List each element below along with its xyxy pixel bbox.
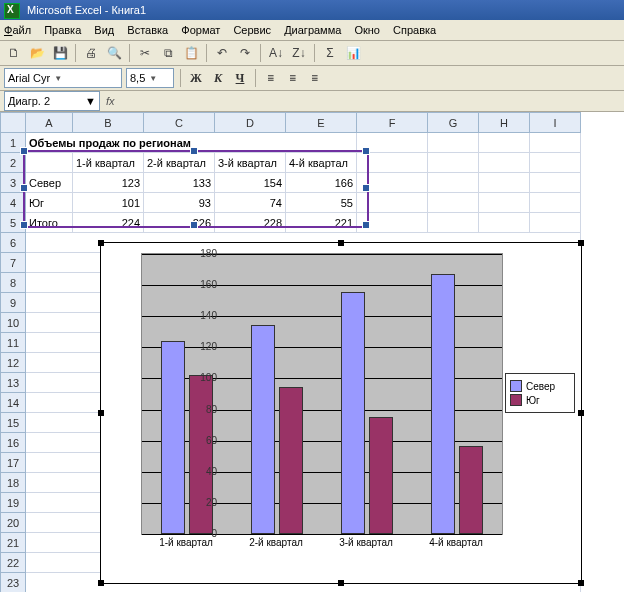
cell[interactable]: 2-й квартал xyxy=(144,153,215,173)
menu-format[interactable]: Формат xyxy=(181,24,220,36)
bar[interactable] xyxy=(459,446,483,534)
sort-desc-icon[interactable]: Z↓ xyxy=(289,43,309,63)
bar[interactable] xyxy=(431,274,455,534)
row-header[interactable]: 15 xyxy=(1,413,26,433)
paste-icon[interactable]: 📋 xyxy=(181,43,201,63)
cell[interactable] xyxy=(479,133,530,153)
bar[interactable] xyxy=(189,375,213,534)
row-header[interactable]: 21 xyxy=(1,533,26,553)
resize-handle[interactable] xyxy=(338,240,344,246)
cell[interactable]: Итого xyxy=(26,213,73,233)
bar[interactable] xyxy=(341,292,365,534)
row-header[interactable]: 11 xyxy=(1,333,26,353)
cell[interactable]: 101 xyxy=(73,193,144,213)
menu-edit[interactable]: Правка xyxy=(44,24,81,36)
cell[interactable] xyxy=(428,173,479,193)
menu-window[interactable]: Окно xyxy=(354,24,380,36)
col-header[interactable]: G xyxy=(428,113,479,133)
row-header[interactable]: 9 xyxy=(1,293,26,313)
row-header[interactable]: 4 xyxy=(1,193,26,213)
name-box[interactable]: Диагр. 2 ▼ xyxy=(4,91,100,111)
cell[interactable]: Север xyxy=(26,173,73,193)
cut-icon[interactable]: ✂ xyxy=(135,43,155,63)
menu-view[interactable]: Вид xyxy=(94,24,114,36)
chart-icon[interactable]: 📊 xyxy=(343,43,363,63)
cell[interactable] xyxy=(530,133,581,153)
menu-insert[interactable]: Вставка xyxy=(127,24,168,36)
cell[interactable] xyxy=(530,213,581,233)
bar[interactable] xyxy=(279,387,303,534)
cell[interactable]: 4-й квартал xyxy=(286,153,357,173)
sort-asc-icon[interactable]: A↓ xyxy=(266,43,286,63)
cell[interactable] xyxy=(479,153,530,173)
row-header[interactable]: 7 xyxy=(1,253,26,273)
cell[interactable]: 93 xyxy=(144,193,215,213)
row-header[interactable]: 18 xyxy=(1,473,26,493)
font-size-combo[interactable]: 8,5▼ xyxy=(126,68,174,88)
redo-icon[interactable]: ↷ xyxy=(235,43,255,63)
col-header[interactable]: C xyxy=(144,113,215,133)
cell[interactable]: Юг xyxy=(26,193,73,213)
cell[interactable]: 166 xyxy=(286,173,357,193)
cell[interactable] xyxy=(428,193,479,213)
row-header[interactable]: 22 xyxy=(1,553,26,573)
row-header[interactable]: 19 xyxy=(1,493,26,513)
menu-diagram[interactable]: Диаграмма xyxy=(284,24,341,36)
cell[interactable]: 74 xyxy=(215,193,286,213)
select-all[interactable] xyxy=(1,113,26,133)
cell[interactable] xyxy=(530,193,581,213)
cell[interactable] xyxy=(530,153,581,173)
cell[interactable]: 224 xyxy=(73,213,144,233)
cell[interactable] xyxy=(26,153,73,173)
chart-object[interactable]: 020406080100120140160180 1-й квартал2-й … xyxy=(100,242,582,584)
col-header[interactable]: E xyxy=(286,113,357,133)
menu-file[interactable]: Файл xyxy=(4,24,31,36)
col-header[interactable]: A xyxy=(26,113,73,133)
col-header[interactable]: F xyxy=(357,113,428,133)
preview-icon[interactable]: 🔍 xyxy=(104,43,124,63)
menu-service[interactable]: Сервис xyxy=(233,24,271,36)
cell[interactable] xyxy=(479,173,530,193)
cell[interactable] xyxy=(357,153,428,173)
cell[interactable] xyxy=(428,213,479,233)
cell[interactable] xyxy=(428,153,479,173)
underline-button[interactable]: Ч xyxy=(231,69,249,87)
resize-handle[interactable] xyxy=(578,240,584,246)
undo-icon[interactable]: ↶ xyxy=(212,43,232,63)
row-header[interactable]: 13 xyxy=(1,373,26,393)
cell[interactable]: 123 xyxy=(73,173,144,193)
row-header[interactable]: 2 xyxy=(1,153,26,173)
cell[interactable]: 154 xyxy=(215,173,286,193)
cell[interactable]: 228 xyxy=(215,213,286,233)
resize-handle[interactable] xyxy=(98,410,104,416)
col-header[interactable]: H xyxy=(479,113,530,133)
row-header[interactable]: 14 xyxy=(1,393,26,413)
align-left-icon[interactable]: ≡ xyxy=(262,69,280,87)
font-combo[interactable]: Arial Cyr▼ xyxy=(4,68,122,88)
row-header[interactable]: 8 xyxy=(1,273,26,293)
bar[interactable] xyxy=(369,417,393,534)
bar[interactable] xyxy=(251,325,275,534)
row-header[interactable]: 16 xyxy=(1,433,26,453)
row-header[interactable]: 5 xyxy=(1,213,26,233)
fx-icon[interactable]: fx xyxy=(106,95,115,107)
new-icon[interactable]: 🗋 xyxy=(4,43,24,63)
plot-area[interactable] xyxy=(141,253,503,535)
cell[interactable]: 3-й квартал xyxy=(215,153,286,173)
sum-icon[interactable]: Σ xyxy=(320,43,340,63)
row-header[interactable]: 23 xyxy=(1,573,26,593)
menu-help[interactable]: Справка xyxy=(393,24,436,36)
cell[interactable] xyxy=(357,193,428,213)
row-header[interactable]: 12 xyxy=(1,353,26,373)
print-icon[interactable]: 🖨 xyxy=(81,43,101,63)
copy-icon[interactable]: ⧉ xyxy=(158,43,178,63)
cell[interactable] xyxy=(428,133,479,153)
cell[interactable] xyxy=(357,173,428,193)
resize-handle[interactable] xyxy=(578,410,584,416)
row-header[interactable]: 1 xyxy=(1,133,26,153)
cell[interactable]: 55 xyxy=(286,193,357,213)
align-right-icon[interactable]: ≡ xyxy=(306,69,324,87)
cell[interactable] xyxy=(479,193,530,213)
resize-handle[interactable] xyxy=(98,240,104,246)
worksheet-grid[interactable]: A B C D E F G H I 1 Объемы продаж по рег… xyxy=(0,112,624,592)
